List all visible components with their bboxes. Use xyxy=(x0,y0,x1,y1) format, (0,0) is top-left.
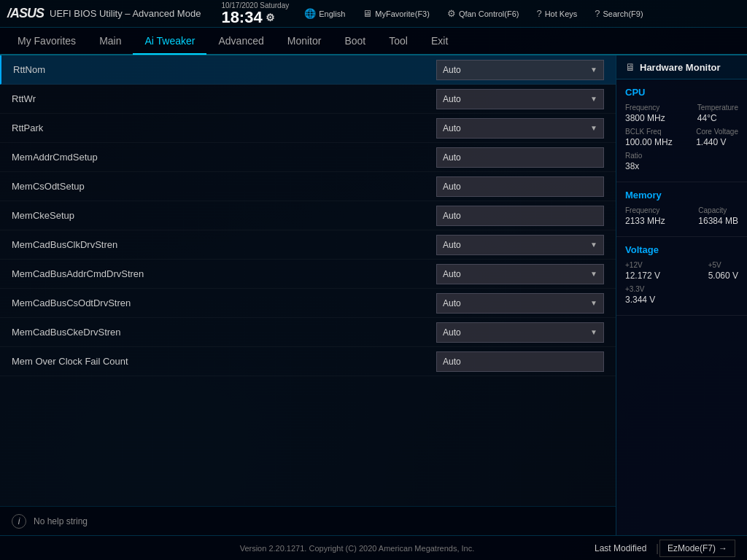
voltage-5v-value: 5.060 V xyxy=(708,271,738,281)
info-bar: i No help string xyxy=(0,506,616,535)
value-memcsodtsetup[interactable]: Auto xyxy=(436,176,604,197)
nav-my-favorites[interactable]: My Favorites xyxy=(6,28,88,54)
voltage-12v-value: 12.172 V xyxy=(625,271,660,281)
datetime-display: 10/17/2020 Saturday 18:34 ⚙ xyxy=(221,1,289,26)
setting-value-memckesetup[interactable]: Auto xyxy=(436,206,604,226)
ezmode-button[interactable]: EzMode(F7) → xyxy=(659,540,735,557)
dropdown-rttnom[interactable]: Auto ▼ xyxy=(436,60,604,80)
search-button[interactable]: ? Search(F9) xyxy=(589,6,649,21)
cpu-bclk-value: 100.00 MHz xyxy=(625,137,673,147)
version-text: Version 2.20.1271. Copyright (C) 2020 Am… xyxy=(128,544,586,553)
cpu-section: CPU Frequency 3800 MHz Temperature 44°C … xyxy=(616,79,747,182)
setting-label-rttnom: RttNom xyxy=(13,64,436,75)
setting-label-memcsodtsetup: MemCsOdtSetup xyxy=(12,181,436,192)
hw-monitor-title-text: Hardware Monitor xyxy=(640,62,721,73)
search-icon: ? xyxy=(595,8,600,19)
chevron-down-icon: ▼ xyxy=(590,124,597,132)
chevron-down-icon: ▼ xyxy=(590,66,597,74)
cpu-freq-temp-row: Frequency 3800 MHz Temperature 44°C xyxy=(625,104,738,123)
qfan-button[interactable]: ⚙ Qfan Control(F6) xyxy=(441,6,525,21)
setting-row-memaddrcmdsetup[interactable]: MemAddrCmdSetup Auto xyxy=(0,143,616,172)
main-content: RttNom Auto ▼ RttWr Auto ▼ xyxy=(0,55,747,535)
last-modified-button[interactable]: Last Modified xyxy=(586,540,655,556)
dropdown-memcadbusclkdrvstren[interactable]: Auto ▼ xyxy=(436,235,604,255)
settings-icon[interactable]: ⚙ xyxy=(266,12,275,23)
dropdown-memcadbuscsodtdrvstren[interactable]: Auto ▼ xyxy=(436,293,604,314)
myfavorite-button[interactable]: 🖥 MyFavorite(F3) xyxy=(357,6,436,21)
setting-value-rttpark[interactable]: Auto ▼ xyxy=(436,118,604,139)
setting-row-memcadbusaddrcmddrvstren[interactable]: MemCadBusAddrCmdDrvStren Auto ▼ xyxy=(0,260,616,289)
info-text: No help string xyxy=(34,516,88,526)
cpu-ratio-label: Ratio xyxy=(625,152,642,160)
voltage-33v-label: +3.3V xyxy=(625,285,655,293)
setting-value-memcadbusckdrvstren[interactable]: Auto ▼ xyxy=(436,322,604,343)
voltage-33v-row: +3.3V 3.344 V xyxy=(625,285,738,305)
setting-value-memcadbuscsodtdrvstren[interactable]: Auto ▼ xyxy=(436,293,604,314)
setting-label-memaddrcmdsetup: MemAddrCmdSetup xyxy=(12,152,436,163)
memory-section-title: Memory xyxy=(625,190,738,201)
setting-row-rttnom[interactable]: RttNom Auto ▼ xyxy=(0,55,616,85)
voltage-5v-label: +5V xyxy=(708,261,738,269)
voltage-12v-label: +12V xyxy=(625,261,660,269)
hotkey-icon: ? xyxy=(536,8,541,19)
value-memaddrcmdsetup[interactable]: Auto xyxy=(436,147,604,168)
nav-ai-tweaker[interactable]: Ai Tweaker xyxy=(133,28,206,55)
memory-frequency-label: Frequency xyxy=(625,206,665,214)
memory-capacity-item: Capacity 16384 MB xyxy=(698,206,738,226)
setting-value-memaddrcmdsetup[interactable]: Auto xyxy=(436,147,604,168)
nav-exit[interactable]: Exit xyxy=(419,28,460,54)
setting-value-rttwr[interactable]: Auto ▼ xyxy=(436,89,604,109)
setting-row-memcadbuscsodtdrvstren[interactable]: MemCadBusCsOdtDrvStren Auto ▼ xyxy=(0,289,616,318)
chevron-down-icon: ▼ xyxy=(590,241,597,249)
dropdown-rttpark[interactable]: Auto ▼ xyxy=(436,118,604,139)
voltage-33v-value: 3.344 V xyxy=(625,295,655,305)
setting-value-memcadbusaddrcmddrvstren[interactable]: Auto ▼ xyxy=(436,264,604,284)
setting-label-memcadbusckdrvstren: MemCadBusCkeDrvStren xyxy=(12,327,436,338)
setting-row-memcadbusclkdrvstren[interactable]: MemCadBusClkDrvStren Auto ▼ xyxy=(0,230,616,260)
monitor-icon: 🖥 xyxy=(625,61,635,73)
voltage-section: Voltage +12V 12.172 V +5V 5.060 V +3.3V … xyxy=(616,237,747,316)
dropdown-memcadbusckdrvstren[interactable]: Auto ▼ xyxy=(436,322,604,343)
setting-label-memcadbusclkdrvstren: MemCadBusClkDrvStren xyxy=(12,239,436,250)
value-memoverclockfailcount[interactable]: Auto xyxy=(436,351,604,372)
setting-row-rttpark[interactable]: RttPark Auto ▼ xyxy=(0,114,616,143)
setting-row-rttwr[interactable]: RttWr Auto ▼ xyxy=(0,85,616,114)
cpu-core-voltage-label: Core Voltage xyxy=(696,128,738,136)
cpu-section-title: CPU xyxy=(625,87,738,98)
bottom-divider: | xyxy=(656,542,659,554)
settings-panel: RttNom Auto ▼ RttWr Auto ▼ xyxy=(0,55,616,535)
cpu-temperature-label: Temperature xyxy=(697,104,738,112)
voltage-12v-5v-row: +12V 12.172 V +5V 5.060 V xyxy=(625,261,738,281)
dropdown-rttwr[interactable]: Auto ▼ xyxy=(436,89,604,109)
language-button[interactable]: 🌐 English xyxy=(298,6,351,21)
voltage-12v-item: +12V 12.172 V xyxy=(625,261,660,281)
nav-boot[interactable]: Boot xyxy=(333,28,377,54)
setting-label-memckesetup: MemCkeSetup xyxy=(12,210,436,221)
setting-row-memcadbusckdrvstren[interactable]: MemCadBusCkeDrvStren Auto ▼ xyxy=(0,318,616,347)
cpu-bclk-item: BCLK Freq 100.00 MHz xyxy=(625,128,673,147)
nav-monitor[interactable]: Monitor xyxy=(276,28,333,54)
setting-value-memcsodtsetup[interactable]: Auto xyxy=(436,176,604,197)
value-memckesetup[interactable]: Auto xyxy=(436,206,604,226)
nav-main[interactable]: Main xyxy=(88,28,133,54)
chevron-down-icon: ▼ xyxy=(590,270,597,278)
cpu-frequency-item: Frequency 3800 MHz xyxy=(625,104,665,123)
setting-label-memcadbuscsodtdrvstren: MemCadBusCsOdtDrvStren xyxy=(12,298,436,308)
header-bar: /ASUS UEFI BIOS Utility – Advanced Mode … xyxy=(0,0,747,28)
setting-value-memcadbusclkdrvstren[interactable]: Auto ▼ xyxy=(436,235,604,255)
nav-tool[interactable]: Tool xyxy=(377,28,419,54)
globe-icon: 🌐 xyxy=(304,8,316,19)
cpu-ratio-item: Ratio 38x xyxy=(625,152,642,171)
setting-row-memoverclockfailcount[interactable]: Mem Over Clock Fail Count Auto xyxy=(0,347,616,376)
chevron-down-icon: ▼ xyxy=(590,299,597,307)
fan-icon: ⚙ xyxy=(447,8,456,19)
setting-value-rttnom[interactable]: Auto ▼ xyxy=(436,60,604,80)
memory-capacity-value: 16384 MB xyxy=(698,216,738,226)
setting-row-memcsodtsetup[interactable]: MemCsOdtSetup Auto xyxy=(0,172,616,201)
nav-advanced[interactable]: Advanced xyxy=(206,28,275,54)
dropdown-memcadbusaddrcmddrvstren[interactable]: Auto ▼ xyxy=(436,264,604,284)
setting-value-memoverclockfailcount[interactable]: Auto xyxy=(436,351,604,372)
hotkeys-button[interactable]: ? Hot Keys xyxy=(530,6,583,21)
setting-row-memckesetup[interactable]: MemCkeSetup Auto xyxy=(0,201,616,230)
favorite-icon: 🖥 xyxy=(363,8,372,19)
